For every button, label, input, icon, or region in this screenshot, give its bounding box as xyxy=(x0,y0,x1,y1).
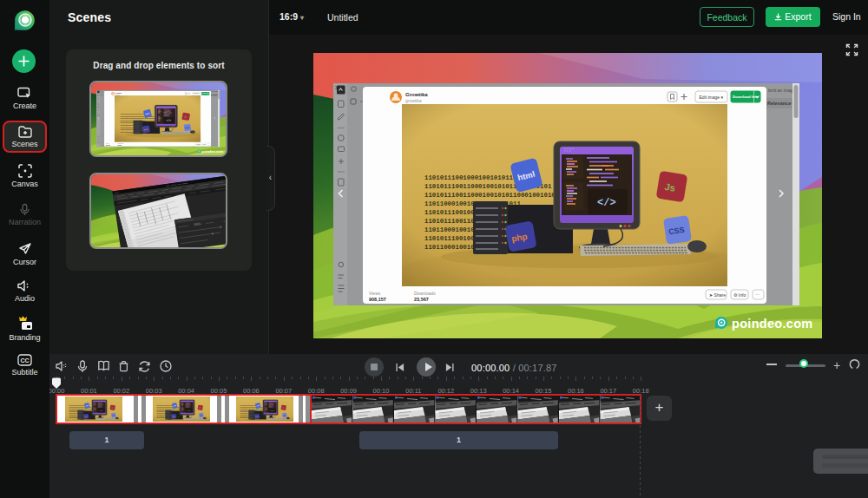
svg-text:CC: CC xyxy=(20,357,29,364)
